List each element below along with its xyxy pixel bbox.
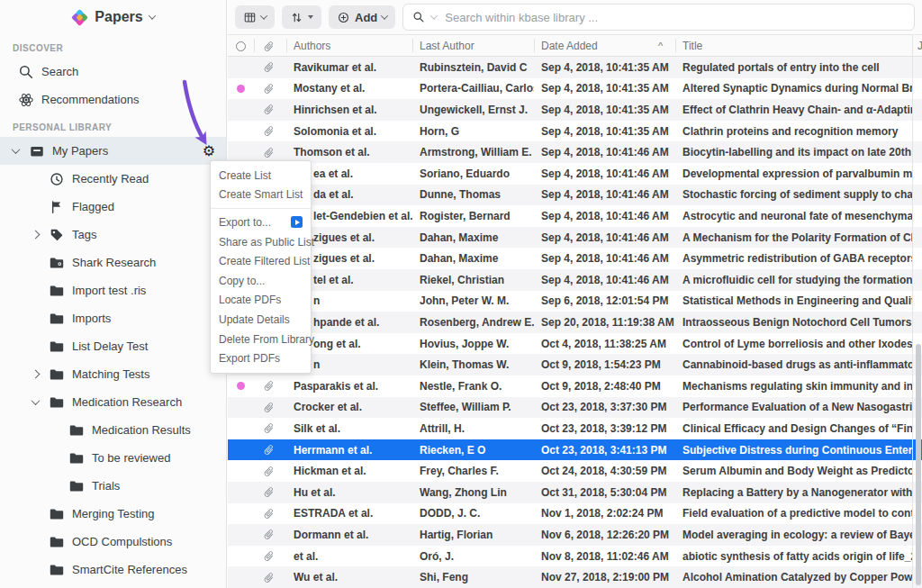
- search-box[interactable]: [402, 4, 915, 31]
- table-row[interactable]: tel et al. Riekel, Christian Sep 4, 2018…: [228, 269, 922, 291]
- table-row[interactable]: Dormann et al. Hartig, Florian Nov 6, 20…: [228, 524, 922, 546]
- menu-item-update-details[interactable]: Update Details: [211, 310, 311, 330]
- menu-item-copy-to[interactable]: Copy to...: [211, 271, 311, 291]
- table-row[interactable]: Thomson et al. Armstrong, William E. Sep…: [228, 141, 922, 163]
- sidebar-item-search[interactable]: Search: [0, 58, 226, 86]
- cell-date-added: Nov 1, 2018, 2:02:24 PM: [534, 503, 675, 525]
- table-row[interactable]: hpande et al. Rosenberg, Andrew E. Sep 2…: [228, 312, 922, 333]
- title-column-header[interactable]: Title: [675, 35, 919, 57]
- sidebar-item-ocd-compulstions[interactable]: OCD Compulstions: [0, 528, 226, 556]
- table-row[interactable]: ea et al. Soriano, Eduardo Sep 4, 2018, …: [228, 163, 922, 185]
- cell-last-author: Riekel, Christian: [412, 269, 534, 291]
- table-row[interactable]: Crocker et al. Steffee, William P. Oct 2…: [228, 397, 922, 419]
- menu-item-delete-from-library[interactable]: Delete From Library: [211, 330, 311, 349]
- table-row[interactable]: et al. Oró, J. Nov 8, 2018, 11:02:46 AM …: [228, 546, 922, 567]
- menu-item-create-filtered-list[interactable]: Create Filtered List: [211, 251, 311, 271]
- view-options-button[interactable]: [235, 5, 275, 29]
- sidebar-item-flagged[interactable]: Flagged: [0, 193, 226, 221]
- cell-date-added: Oct 31, 2018, 5:30:04 PM: [534, 482, 675, 503]
- table-row[interactable]: da et al. Dunne, Thomas Sep 4, 2018, 10:…: [228, 185, 922, 206]
- attachment-column-header[interactable]: [254, 35, 283, 57]
- sort-icon: [290, 11, 303, 24]
- menu-item-locate-pdfs[interactable]: Locate PDFs: [211, 291, 311, 311]
- vertical-scrollbar[interactable]: [916, 344, 921, 585]
- authors-column-header[interactable]: Authors: [286, 35, 420, 57]
- sidebar-item-label: Search: [41, 65, 78, 78]
- table-row[interactable]: Pasparakis et al. Nestle, Frank O. Oct 9…: [228, 375, 922, 397]
- cell-date-added: Oct 23, 2018, 3:41:13 PM: [534, 439, 675, 461]
- menu-item-label: Create Filtered List: [219, 255, 310, 267]
- menu-item-export-pdfs[interactable]: Export PDFs: [211, 348, 311, 368]
- table-row[interactable]: zigues et al. Dahan, Maxime Sep 4, 2018,…: [228, 248, 922, 269]
- sidebar-item-recommendations[interactable]: Recommendations: [0, 86, 226, 113]
- sidebar-item-import-test-ris[interactable]: Import test .ris: [0, 276, 226, 304]
- menu-item-export-to[interactable]: Export to...: [211, 213, 311, 232]
- table-row[interactable]: ESTRADA et al. DODD, J. C. Nov 1, 2018, …: [228, 503, 922, 525]
- table-row[interactable]: Wu et al. Shi, Feng Nov 27, 2018, 2:19:0…: [228, 566, 922, 588]
- sidebar-item-shark-research[interactable]: Shark Research: [0, 249, 226, 276]
- add-button[interactable]: Add: [329, 5, 395, 29]
- table-row[interactable]: n Klein, Thomas W. Oct 9, 2018, 1:54:23 …: [228, 354, 922, 375]
- cell-authors: Silk et al.: [286, 418, 412, 439]
- table-row[interactable]: zigues et al. Dahan, Maxime Sep 4, 2018,…: [228, 227, 922, 249]
- chevron-down-icon[interactable]: [32, 396, 41, 405]
- sidebar-item-label: Matching Tests: [72, 367, 149, 381]
- sidebar-item-recently-read[interactable]: Recently Read: [0, 165, 226, 193]
- cell-authors: et al.: [286, 546, 412, 567]
- sort-button[interactable]: [282, 5, 321, 29]
- circle-icon: [236, 41, 246, 51]
- gear-icon[interactable]: ⚙: [203, 144, 215, 158]
- sidebar-item-tags[interactable]: Tags: [0, 221, 226, 249]
- cell-title: Stochastic forcing of sediment supply to…: [675, 185, 912, 206]
- cell-last-author: Rubinsztein, David C: [412, 57, 534, 78]
- menu-item-create-smart-list[interactable]: Create Smart List: [211, 185, 311, 205]
- table-row[interactable]: n John, Peter W. M. Sep 6, 2018, 12:01:5…: [228, 291, 922, 312]
- table-row[interactable]: Solomonia et al. Horn, G Sep 4, 2018, 10…: [228, 121, 922, 142]
- chevron-down-icon[interactable]: [12, 145, 21, 154]
- chevron-right-icon[interactable]: [32, 231, 41, 240]
- sidebar-item-my-papers[interactable]: My Papers ⚙: [0, 137, 226, 165]
- chevron-right-icon[interactable]: [32, 370, 41, 379]
- sidebar-item-trials[interactable]: Trials: [0, 472, 226, 500]
- sidebar-item-label: Import test .ris: [72, 284, 146, 297]
- table-row[interactable]: Hu et al. Wang, Zhong Lin Oct 31, 2018, …: [228, 482, 922, 503]
- table-row[interactable]: Ravikumar et al. Rubinsztein, David C Se…: [228, 57, 922, 78]
- sidebar-item-imports[interactable]: Imports: [0, 304, 226, 332]
- sidebar-item-smartcite-references[interactable]: SmartCite References: [0, 556, 226, 583]
- cell-last-author: Ungewickell, Ernst J.: [412, 99, 534, 121]
- table-row[interactable]: ong et al. Hovius, Joppe W. Oct 4, 2018,…: [228, 333, 922, 355]
- sidebar-item-matching-tests[interactable]: Matching Tests: [0, 360, 226, 388]
- menu-item-create-list[interactable]: Create List: [211, 166, 311, 185]
- sidebar-item-list-delay-test[interactable]: List Delay Test: [0, 332, 226, 360]
- sidebar-item-label: Recommendations: [41, 93, 139, 106]
- cell-last-author: DODD, J. C.: [412, 503, 534, 525]
- cell-last-author: Hartig, Florian: [412, 524, 534, 546]
- table-row[interactable]: Hickman et al. Frey, Charles F. Oct 24, …: [228, 460, 922, 482]
- app-title: Papers: [95, 9, 142, 25]
- sidebar-item-merging-testing[interactable]: Merging Testing: [0, 500, 226, 528]
- cell-last-author: Dunne, Thomas: [412, 185, 534, 206]
- table-row[interactable]: let-Gendebien et al. Rogister, Bernard S…: [228, 205, 922, 227]
- sidebar-item-medication-results[interactable]: Medication Results: [0, 416, 226, 444]
- table-row[interactable]: Mostany et al. Portera-Cailliau, Carlos …: [228, 78, 922, 100]
- table-row[interactable]: Herrmann et al. Riecken, E O Oct 23, 201…: [228, 439, 922, 461]
- cell-last-author: Steffee, William P.: [412, 397, 534, 419]
- table-row[interactable]: Hinrichsen et al. Ungewickell, Ernst J. …: [228, 99, 922, 121]
- cell-title: Clinical Efficacy and Design Changes of …: [675, 418, 912, 439]
- cell-last-author: John, Peter W. M.: [412, 291, 534, 312]
- paperclip-icon: [260, 569, 276, 585]
- cell-authors: Wu et al.: [286, 566, 412, 588]
- journal-column-header[interactable]: J: [912, 35, 922, 57]
- sidebar-item-medication-research[interactable]: Medication Research: [0, 388, 226, 416]
- search-input[interactable]: [443, 10, 905, 25]
- menu-item-label: Create Smart List: [219, 188, 303, 201]
- cell-date-added: Sep 4, 2018, 10:41:46 AM: [534, 227, 675, 249]
- select-all-header[interactable]: [228, 35, 254, 57]
- menu-item-share-as-public-list[interactable]: Share as Public List: [211, 232, 311, 252]
- library-switcher[interactable]: Papers: [0, 0, 226, 34]
- table-row[interactable]: Silk et al. Attrill, H. Oct 23, 2018, 3:…: [228, 418, 922, 439]
- sidebar-item-to-be-reviewed[interactable]: To be reviewed: [0, 444, 226, 472]
- last-author-column-header[interactable]: Last Author: [412, 35, 541, 57]
- date-added-column-header[interactable]: Date Added: [534, 35, 671, 57]
- table-header: Authors Last Author Date Added ^ Title J: [228, 35, 922, 57]
